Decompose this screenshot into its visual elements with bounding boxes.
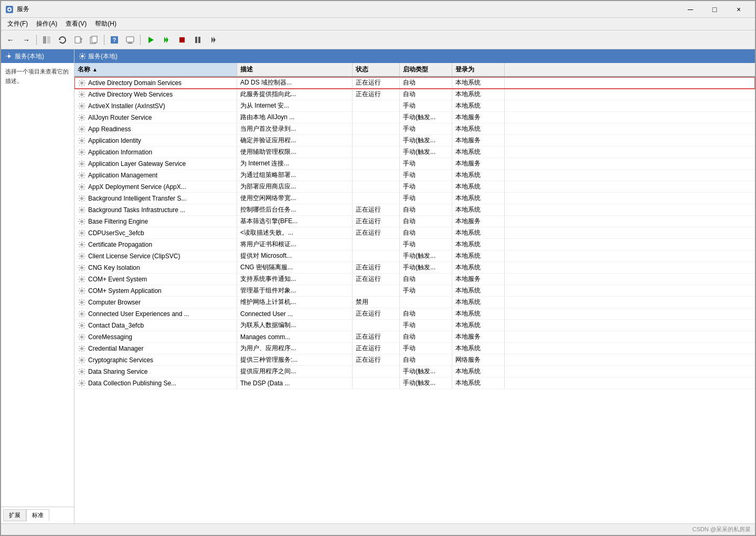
service-name: Certificate Propagation: [88, 241, 152, 248]
table-row[interactable]: Contact Data_3efcb 为联系人数据编制... 手动 本地系统: [74, 320, 755, 331]
table-row[interactable]: COM+ System Application 管理基于组件对象... 手动 本…: [74, 285, 755, 297]
header-status[interactable]: 状态: [353, 63, 400, 76]
pause-button[interactable]: [190, 33, 205, 47]
table-row[interactable]: Application Management 为通过组策略部署... 手动 本地…: [74, 170, 755, 181]
gear-icon: [78, 252, 86, 260]
service-status: 正在运行: [356, 344, 381, 353]
table-row[interactable]: App Readiness 当用户首次登录到... 手动 本地系统: [74, 123, 755, 135]
service-logon-cell: 本地系统: [452, 123, 505, 134]
table-row[interactable]: Client License Service (ClipSVC) 提供对 Mic…: [74, 250, 755, 262]
service-logon-cell: 本地系统: [452, 193, 505, 204]
close-button[interactable]: ×: [727, 1, 751, 18]
table-row[interactable]: AppX Deployment Service (AppX... 为部署应用商店…: [74, 181, 755, 193]
tab-standard[interactable]: 标准: [26, 509, 49, 521]
minimize-button[interactable]: ─: [678, 1, 702, 18]
tab-expand[interactable]: 扩展: [3, 509, 26, 521]
table-row[interactable]: Background Intelligent Transfer S... 使用空…: [74, 193, 755, 204]
header-logon-label: 登录为: [455, 65, 474, 74]
header-name-label: 名称: [78, 65, 90, 74]
service-name: Data Collection Publishing Se...: [88, 380, 176, 387]
table-row[interactable]: Application Information 使用辅助管理权限... 手动(触…: [74, 146, 755, 158]
table-row[interactable]: ActiveX Installer (AxInstSV) 为从 Internet…: [74, 100, 755, 112]
header-starttype[interactable]: 启动类型: [400, 63, 452, 76]
table-row[interactable]: Computer Browser 维护网络上计算机... 禁用 本地系统: [74, 297, 755, 308]
table-row[interactable]: Base Filtering Engine 基本筛选引擎(BFE... 正在运行…: [74, 216, 755, 227]
service-icon: [78, 345, 86, 352]
table-row[interactable]: Connected User Experiences and ... Conne…: [74, 308, 755, 320]
service-logon-cell: 本地系统: [452, 285, 505, 296]
gear-icon: [78, 333, 86, 341]
stop-button[interactable]: [175, 33, 189, 47]
back-button[interactable]: ←: [3, 33, 18, 47]
table-row[interactable]: COM+ Event System 支持系统事件通知... 正在运行 自动 本地…: [74, 274, 755, 285]
svg-line-204: [79, 281, 80, 281]
computer-button[interactable]: [123, 33, 137, 47]
service-desc-cell: 此服务提供指向此...: [237, 89, 353, 100]
menu-action[interactable]: 操作(A): [32, 19, 61, 29]
service-name-cell: Active Directory Domain Services: [74, 77, 237, 88]
restart-button[interactable]: [206, 33, 221, 47]
service-starttype-cell: 自动: [400, 77, 452, 88]
table-row[interactable]: Application Layer Gateway Service 为 Inte…: [74, 158, 755, 170]
table-row[interactable]: Credential Manager 为用户、应用程序... 正在运行 手动 本…: [74, 343, 755, 354]
gear-icon: [78, 344, 86, 353]
service-status-cell: [353, 135, 400, 146]
service-starttype: 手动: [403, 321, 416, 330]
svg-point-146: [81, 221, 82, 222]
table-row[interactable]: Background Tasks Infrastructure ... 控制哪些…: [74, 204, 755, 216]
service-icon: [78, 79, 86, 87]
service-status-cell: [353, 250, 400, 261]
main-window: 服务 ─ □ × 文件(F) 操作(A) 查看(V) 帮助(H) ← → ?: [0, 0, 756, 536]
sort-icon: ▲: [92, 67, 98, 72]
table-row[interactable]: Data Collection Publishing Se... The DSP…: [74, 377, 755, 389]
service-icon: [78, 229, 86, 237]
table-row[interactable]: CoreMessaging Manages comm... 正在运行 自动 本地…: [74, 331, 755, 343]
maximize-button[interactable]: □: [702, 1, 727, 18]
show-hide-button[interactable]: [39, 33, 54, 47]
service-status-cell: [353, 193, 400, 204]
svg-point-96: [81, 163, 82, 164]
gear-icon: [78, 136, 86, 145]
header-description[interactable]: 描述: [237, 63, 353, 76]
header-name[interactable]: 名称 ▲: [74, 63, 237, 76]
service-logon: 本地系统: [455, 171, 481, 180]
svg-line-93: [84, 150, 84, 150]
table-row[interactable]: AllJoyn Router Service 路由本地 AllJoyn ... …: [74, 112, 755, 123]
table-body[interactable]: Active Directory Domain Services AD DS 域…: [74, 77, 755, 523]
service-logon: 网络服务: [455, 355, 481, 364]
forward-button[interactable]: →: [19, 33, 34, 47]
table-row[interactable]: Active Directory Domain Services AD DS 域…: [74, 77, 755, 89]
start-button[interactable]: [143, 33, 158, 47]
header-logon[interactable]: 登录为: [452, 63, 505, 76]
start2-button[interactable]: [159, 33, 174, 47]
table-row[interactable]: Certificate Propagation 将用户证书和根证... 手动 本…: [74, 239, 755, 250]
menu-help[interactable]: 帮助(H): [91, 19, 121, 29]
service-name: App Readiness: [88, 125, 131, 133]
service-status-cell: [353, 100, 400, 111]
menu-view[interactable]: 查看(V): [61, 19, 91, 29]
help-button[interactable]: ?: [107, 33, 122, 47]
svg-line-52: [84, 108, 84, 108]
copy-button[interactable]: [87, 33, 101, 47]
table-row[interactable]: CNG Key Isolation CNG 密钥隔离服... 正在运行 手动(触…: [74, 262, 755, 274]
left-panel: 服务(本地) 选择一个项目来查看它的描述。 扩展 标准: [1, 49, 74, 523]
svg-line-151: [79, 219, 80, 219]
gear-icon: [78, 240, 86, 249]
service-logon-cell: 网络服务: [452, 354, 505, 365]
service-starttype-cell: 手动(触发...: [400, 112, 452, 123]
refresh-button[interactable]: [55, 33, 70, 47]
table-row[interactable]: Application Identity 确定并验证应用程... 手动(触发..…: [74, 135, 755, 146]
menu-file[interactable]: 文件(F): [3, 19, 32, 29]
svg-line-164: [79, 235, 80, 235]
svg-line-112: [84, 177, 84, 177]
service-logon: 本地系统: [455, 263, 481, 272]
export-button[interactable]: [71, 33, 86, 47]
table-row[interactable]: CDPUserSvc_3efcb <读取描述失败。... 正在运行 自动 本地系…: [74, 227, 755, 239]
svg-point-36: [81, 94, 82, 95]
svg-line-251: [79, 334, 80, 335]
service-icon: [78, 368, 86, 375]
table-row[interactable]: Active Directory Web Services 此服务提供指向此..…: [74, 89, 755, 100]
table-row[interactable]: Cryptographic Services 提供三种管理服务:... 正在运行…: [74, 354, 755, 366]
table-row[interactable]: Data Sharing Service 提供应用程序之间... 手动(触发..…: [74, 366, 755, 377]
service-desc-cell: 确定并验证应用程...: [237, 135, 353, 146]
